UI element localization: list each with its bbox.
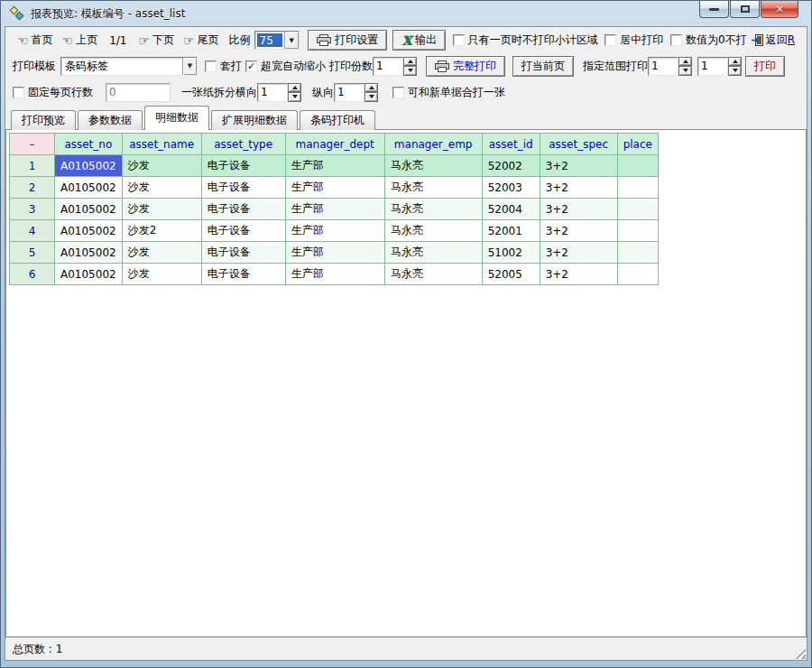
table-cell[interactable]: 3+2 — [540, 199, 617, 220]
table-cell[interactable]: 电子设备 — [201, 264, 285, 285]
tab-detail-data[interactable]: 明细数据 — [144, 106, 209, 130]
table-cell[interactable]: 马永亮 — [384, 242, 482, 264]
column-header[interactable]: manager_emp — [384, 134, 482, 155]
row-number-cell[interactable]: 1 — [10, 155, 55, 177]
print-current-page-button[interactable]: 打当前页 — [512, 56, 574, 77]
table-cell[interactable] — [617, 155, 658, 177]
column-header[interactable]: manager_dept — [285, 134, 384, 155]
table-cell[interactable]: A0105002 — [55, 199, 123, 220]
table-cell[interactable]: 生产部 — [285, 242, 384, 264]
table-cell[interactable]: 马永亮 — [384, 264, 482, 285]
table-cell[interactable]: A0105002 — [55, 264, 123, 285]
chevron-down-icon[interactable]: ▼ — [284, 32, 299, 49]
table-cell[interactable]: 3+2 — [540, 264, 617, 285]
full-print-button[interactable]: 完整打印 — [426, 56, 505, 77]
row-number-cell[interactable]: 2 — [10, 177, 55, 199]
no-subtotal-checkbox[interactable]: 只有一页时不打印小计区域 — [453, 32, 598, 48]
spin-up-button[interactable] — [678, 57, 692, 67]
table-cell[interactable]: 电子设备 — [201, 220, 285, 242]
scale-combobox[interactable]: 75 ▼ — [254, 31, 300, 50]
spin-down-button[interactable] — [364, 92, 378, 102]
table-cell[interactable]: 沙发 — [122, 177, 201, 199]
table-cell[interactable]: 沙发 — [122, 242, 201, 264]
table-cell[interactable]: 电子设备 — [201, 155, 285, 177]
table-cell[interactable] — [617, 220, 658, 242]
row-number-cell[interactable]: 5 — [10, 242, 55, 264]
split-vertical-input[interactable] — [334, 83, 364, 102]
column-header[interactable]: asset_name — [122, 134, 201, 155]
spin-down-button[interactable] — [678, 66, 692, 76]
tab-parameter-data[interactable]: 参数数据 — [78, 110, 143, 130]
tab-print-preview[interactable]: 打印预览 — [11, 110, 76, 130]
zero-noprint-checkbox[interactable]: 数值为0不打 — [670, 32, 747, 48]
table-cell[interactable]: 3+2 — [540, 155, 617, 177]
table-cell[interactable]: 生产部 — [285, 199, 384, 220]
spin-up-button[interactable] — [364, 83, 378, 93]
table-cell[interactable]: 沙发 — [122, 199, 201, 220]
table-cell[interactable] — [617, 177, 658, 199]
last-page-button[interactable]: ☞ 尾页 — [179, 30, 224, 51]
table-cell[interactable]: 马永亮 — [384, 220, 482, 242]
table-cell[interactable] — [617, 264, 658, 285]
output-button[interactable]: X 输出 — [392, 30, 446, 51]
column-header[interactable]: place — [617, 134, 658, 155]
table-cell[interactable]: A0105002 — [55, 177, 123, 199]
spin-down-button[interactable] — [403, 66, 417, 76]
table-cell[interactable]: 沙发2 — [122, 220, 201, 242]
row-number-cell[interactable]: 3 — [10, 199, 55, 220]
table-cell[interactable]: 3+2 — [540, 220, 617, 242]
overlay-print-checkbox[interactable]: 套打 — [205, 59, 242, 74]
spin-down-button[interactable] — [288, 92, 301, 102]
tab-barcode-printer[interactable]: 条码打印机 — [300, 110, 375, 130]
minimize-button[interactable] — [699, 1, 729, 18]
column-header[interactable]: asset_type — [201, 134, 285, 155]
row-number-cell[interactable]: 6 — [10, 264, 55, 285]
template-combobox[interactable]: 条码标签 ▼ — [60, 57, 198, 76]
table-cell[interactable]: 马永亮 — [384, 199, 482, 220]
close-button[interactable]: ✕ — [761, 1, 798, 18]
table-cell[interactable]: 51002 — [482, 242, 540, 264]
table-cell[interactable]: A0105002 — [55, 220, 123, 242]
spin-up-button[interactable] — [288, 83, 301, 93]
table-cell[interactable]: 52002 — [482, 155, 540, 177]
table-cell[interactable]: 马永亮 — [384, 155, 482, 177]
table-cell[interactable] — [617, 199, 658, 220]
table-cell[interactable]: 52005 — [482, 264, 540, 285]
table-cell[interactable]: 电子设备 — [201, 199, 285, 220]
corner-header[interactable]: – — [10, 134, 55, 155]
resize-grip[interactable] — [794, 647, 806, 659]
range-from-input[interactable] — [648, 57, 678, 76]
first-page-button[interactable]: ☜ 首页 — [13, 30, 58, 51]
maximize-button[interactable] — [730, 1, 760, 18]
next-page-button[interactable]: ☞ 下页 — [134, 30, 179, 51]
table-cell[interactable]: 52001 — [482, 220, 540, 242]
merge-print-checkbox[interactable]: 可和新单据合打一张 — [392, 85, 505, 100]
copies-input[interactable] — [373, 57, 403, 76]
table-cell[interactable]: 52004 — [482, 199, 540, 220]
table-cell[interactable] — [617, 242, 658, 264]
return-button[interactable]: 返回R — [747, 30, 799, 51]
table-cell[interactable]: 52003 — [482, 177, 540, 199]
table-cell[interactable]: A0105002 — [55, 155, 123, 177]
print-button[interactable]: 打印 — [745, 56, 785, 77]
center-print-checkbox[interactable]: 居中打印 — [604, 32, 663, 48]
split-horizontal-input[interactable] — [257, 83, 288, 102]
column-header[interactable]: asset_id — [482, 134, 540, 155]
tab-extended-detail-data[interactable]: 扩展明细数据 — [211, 110, 298, 130]
autoshrink-checkbox[interactable]: ✓ 超宽自动缩小 — [245, 59, 326, 74]
column-header[interactable]: asset_spec — [540, 134, 617, 155]
range-to-input[interactable] — [697, 57, 728, 76]
table-cell[interactable]: 沙发 — [122, 264, 201, 285]
table-cell[interactable]: 3+2 — [540, 242, 617, 264]
table-cell[interactable]: A0105002 — [55, 242, 123, 264]
table-cell[interactable]: 沙发 — [122, 155, 201, 177]
row-number-cell[interactable]: 4 — [10, 220, 55, 242]
chevron-down-icon[interactable]: ▼ — [182, 58, 197, 75]
table-cell[interactable]: 生产部 — [285, 264, 384, 285]
spin-up-button[interactable] — [403, 57, 417, 67]
titlebar[interactable]: 报表预览: 模板编号 - asset_list ✕ — [5, 1, 807, 26]
table-cell[interactable]: 电子设备 — [201, 177, 285, 199]
table-cell[interactable]: 电子设备 — [201, 242, 285, 264]
column-header[interactable]: asset_no — [55, 134, 123, 155]
spin-up-button[interactable] — [728, 57, 742, 67]
